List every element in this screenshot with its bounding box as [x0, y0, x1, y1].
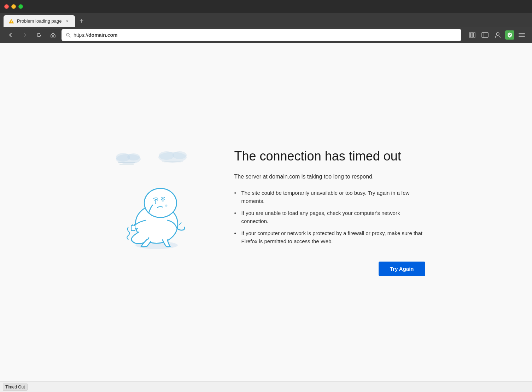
svg-rect-30 — [132, 224, 133, 226]
profile-button[interactable] — [492, 30, 503, 40]
tabbar: Problem loading page × + — [0, 13, 532, 27]
svg-rect-6 — [472, 33, 473, 37]
svg-rect-7 — [474, 33, 475, 37]
bookmarks-icon — [469, 32, 476, 38]
address-bar[interactable]: https://domain.com — [62, 29, 461, 41]
minimize-button[interactable] — [11, 4, 16, 9]
url-domain: domain.com — [88, 32, 117, 38]
svg-rect-5 — [471, 33, 472, 37]
svg-point-28 — [165, 204, 167, 207]
close-button[interactable] — [4, 4, 9, 9]
forward-button[interactable] — [19, 29, 30, 41]
back-button[interactable] — [5, 29, 16, 41]
shield-button[interactable] — [505, 30, 514, 40]
titlebar — [0, 0, 532, 13]
forward-arrow-icon — [22, 32, 28, 38]
svg-point-2 — [66, 33, 69, 36]
error-subtitle: The server at domain.com is taking too l… — [234, 174, 425, 180]
error-container: The connection has timed out The server … — [107, 148, 425, 276]
svg-point-1 — [11, 22, 12, 23]
profile-icon — [495, 32, 501, 38]
shield-icon — [507, 32, 512, 38]
menu-button[interactable] — [516, 30, 527, 40]
svg-point-21 — [173, 151, 187, 159]
navbar: https://domain.com — [0, 27, 532, 43]
svg-point-16 — [127, 153, 140, 160]
error-title: The connection has timed out — [234, 148, 425, 164]
status-text: Timed Out — [3, 384, 28, 391]
sidebar-icon — [481, 32, 489, 38]
home-button[interactable] — [47, 29, 59, 41]
svg-point-27 — [162, 199, 164, 202]
tab-title: Problem loading page — [17, 18, 62, 24]
tab-close-button[interactable]: × — [64, 18, 70, 24]
reload-icon — [36, 32, 42, 38]
svg-rect-8 — [482, 33, 488, 37]
statusbar: Timed Out — [0, 381, 532, 392]
sidebar-button[interactable] — [480, 30, 490, 40]
svg-rect-29 — [131, 225, 135, 230]
search-icon — [66, 33, 71, 37]
dino-illustration — [107, 148, 206, 251]
traffic-lights — [4, 4, 23, 9]
try-again-button[interactable]: Try Again — [379, 262, 425, 276]
bookmarks-button[interactable] — [467, 30, 478, 40]
new-tab-button[interactable]: + — [76, 16, 86, 26]
back-arrow-icon — [8, 32, 13, 38]
svg-rect-31 — [134, 224, 134, 226]
warning-icon — [8, 19, 14, 24]
bullet-item-1: The site could be temporarily unavailabl… — [234, 187, 425, 207]
maximize-button[interactable] — [18, 4, 23, 9]
active-tab[interactable]: Problem loading page × — [4, 15, 75, 27]
nav-right-controls — [467, 30, 527, 40]
clouds-svg — [107, 148, 199, 170]
svg-line-3 — [69, 36, 71, 37]
main-content: The connection has timed out The server … — [0, 43, 532, 381]
url-display: https://domain.com — [74, 32, 457, 38]
url-prefix: https:// — [74, 32, 88, 38]
svg-rect-0 — [11, 21, 11, 22]
bullet-item-3: If your computer or network is protected… — [234, 227, 425, 247]
svg-point-10 — [496, 33, 499, 35]
svg-point-20 — [159, 151, 174, 160]
bullet-item-2: If you are unable to load any pages, che… — [234, 207, 425, 227]
hamburger-icon — [519, 33, 525, 37]
svg-point-26 — [144, 188, 176, 218]
svg-rect-4 — [469, 33, 470, 37]
error-bullets-list: The site could be temporarily unavailabl… — [234, 187, 425, 247]
dino-svg — [118, 163, 195, 251]
home-icon — [50, 32, 56, 38]
error-text-section: The connection has timed out The server … — [234, 148, 425, 276]
reload-button[interactable] — [33, 29, 45, 41]
